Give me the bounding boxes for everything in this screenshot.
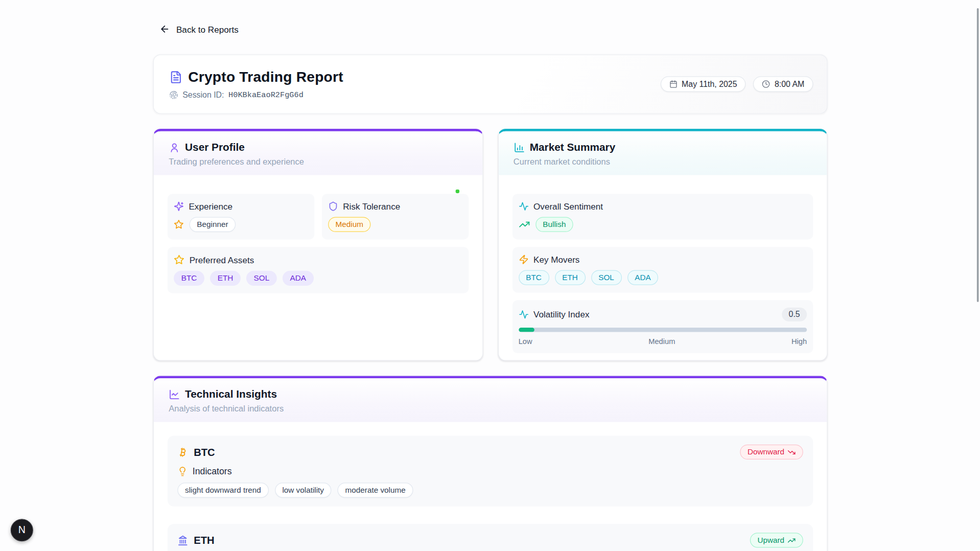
risk-tolerance-label: Risk Tolerance xyxy=(343,201,400,212)
n-floating-button[interactable]: N xyxy=(11,519,33,541)
session-id-label: Session ID: xyxy=(182,90,224,99)
risk-tolerance-box: Risk Tolerance Medium xyxy=(322,194,469,239)
user-profile-subtitle: Trading preferences and experience xyxy=(169,157,467,166)
activity-icon xyxy=(519,309,529,319)
arrow-left-icon xyxy=(159,24,170,34)
preferred-assets-box: Preferred Assets BTC ETH SOL ADA xyxy=(168,247,469,293)
session-id-value: H0KBkaEaoR2FgG6d xyxy=(228,90,304,99)
zap-icon xyxy=(519,255,529,265)
scrollbar-thumb[interactable] xyxy=(977,8,979,302)
scale-high-label: High xyxy=(791,337,807,346)
market-summary-subtitle: Current market conditions xyxy=(514,157,812,166)
overall-sentiment-label: Overall Sentiment xyxy=(533,201,603,212)
overall-sentiment-box: Overall Sentiment Bullish xyxy=(512,194,813,239)
report-header-badges: May 11th, 2025 8:00 AM xyxy=(660,76,813,92)
report-header-card: Crypto Trading Report Session ID: H0KBka… xyxy=(153,54,828,113)
file-text-icon xyxy=(169,71,182,84)
key-movers-box: Key Movers BTC ETH SOL ADA xyxy=(512,247,813,292)
date-badge: May 11th, 2025 xyxy=(660,76,745,92)
asset-tag: SOL xyxy=(246,271,277,286)
asset-symbol: BTC xyxy=(194,446,215,458)
indicator-tag: low volatility xyxy=(275,483,332,497)
volatility-progress-track xyxy=(519,328,807,332)
trending-up-icon xyxy=(787,536,796,544)
activity-icon xyxy=(519,201,529,212)
asset-tag: ETH xyxy=(210,271,241,286)
indicators-label: Indicators xyxy=(193,467,232,477)
bar-chart-icon xyxy=(514,142,525,153)
market-summary-title: Market Summary xyxy=(530,141,616,153)
shield-icon xyxy=(328,201,338,212)
back-link-label: Back to Reports xyxy=(176,24,239,34)
mover-tag: SOL xyxy=(591,270,622,285)
line-chart-icon xyxy=(169,389,180,400)
user-profile-card: User Profile Trading preferences and exp… xyxy=(153,129,483,361)
scale-low-label: Low xyxy=(519,337,532,346)
risk-tolerance-value-badge: Medium xyxy=(328,217,371,232)
dev-indicator-dot xyxy=(456,190,459,193)
mover-tag: ADA xyxy=(627,270,659,285)
star-icon xyxy=(174,255,184,265)
asset-row-eth: ETH Upward xyxy=(168,524,813,551)
report-header-left: Crypto Trading Report Session ID: H0KBka… xyxy=(169,69,343,100)
trend-badge-upward: Upward xyxy=(750,533,803,547)
user-profile-body: Experience Beginner Risk Tolerance xyxy=(154,175,482,307)
asset-row-btc: BTC Downward Indicators slight downward … xyxy=(168,436,813,507)
fingerprint-icon xyxy=(169,90,178,99)
page-title: Crypto Trading Report xyxy=(188,69,343,86)
market-summary-card: Market Summary Current market conditions… xyxy=(498,129,827,361)
technical-insights-body: BTC Downward Indicators slight downward … xyxy=(154,422,827,551)
preferred-assets-label: Preferred Assets xyxy=(190,255,254,265)
user-profile-header: User Profile Trading preferences and exp… xyxy=(154,131,482,175)
market-summary-header: Market Summary Current market conditions xyxy=(499,131,827,175)
market-summary-body: Overall Sentiment Bullish Key Movers xyxy=(499,175,827,360)
mover-tag: BTC xyxy=(519,270,549,285)
trending-down-icon xyxy=(787,448,796,456)
experience-box: Experience Beginner xyxy=(168,194,314,239)
trend-label: Upward xyxy=(757,535,784,545)
bitcoin-icon xyxy=(177,447,188,457)
page: Back to Reports Crypto Trading Report Se… xyxy=(0,0,980,551)
trending-up-icon xyxy=(519,219,530,230)
volatility-label: Volatility Index xyxy=(533,309,589,319)
asset-tag: BTC xyxy=(174,271,204,286)
user-icon xyxy=(169,142,180,153)
asset-tag: ADA xyxy=(283,271,314,286)
date-badge-label: May 11th, 2025 xyxy=(682,79,737,88)
sparkles-icon xyxy=(174,201,184,212)
experience-value-badge: Beginner xyxy=(190,217,236,232)
lightbulb-icon xyxy=(177,467,188,477)
technical-insights-header: Technical Insights Analysis of technical… xyxy=(154,378,827,422)
trend-label: Downward xyxy=(748,447,784,457)
user-profile-title: User Profile xyxy=(185,141,245,153)
mover-tag: ETH xyxy=(555,270,586,285)
scale-medium-label: Medium xyxy=(648,337,675,346)
technical-insights-title: Technical Insights xyxy=(185,388,277,401)
technical-insights-subtitle: Analysis of technical indicators xyxy=(169,404,812,413)
asset-symbol: ETH xyxy=(194,534,214,546)
technical-insights-card: Technical Insights Analysis of technical… xyxy=(153,376,828,551)
star-icon xyxy=(174,219,184,229)
back-to-reports-link[interactable]: Back to Reports xyxy=(159,24,239,34)
sentiment-value-badge: Bullish xyxy=(535,217,573,232)
volatility-value-badge: 0.5 xyxy=(782,308,807,322)
key-movers-label: Key Movers xyxy=(533,255,579,265)
report-content: Crypto Trading Report Session ID: H0KBka… xyxy=(153,54,828,551)
experience-label: Experience xyxy=(189,201,232,212)
calendar-icon xyxy=(669,80,678,88)
clock-icon xyxy=(762,80,770,88)
trend-badge-downward: Downward xyxy=(740,445,803,460)
volatility-progress-fill xyxy=(519,328,534,332)
landmark-icon xyxy=(177,535,188,545)
volatility-index-box: Volatility Index 0.5 Low Medium High xyxy=(512,300,813,353)
time-badge: 8:00 AM xyxy=(753,76,813,92)
indicator-tag: moderate volume xyxy=(338,483,413,497)
time-badge-label: 8:00 AM xyxy=(775,79,804,88)
indicator-tag: slight downward trend xyxy=(177,483,268,497)
